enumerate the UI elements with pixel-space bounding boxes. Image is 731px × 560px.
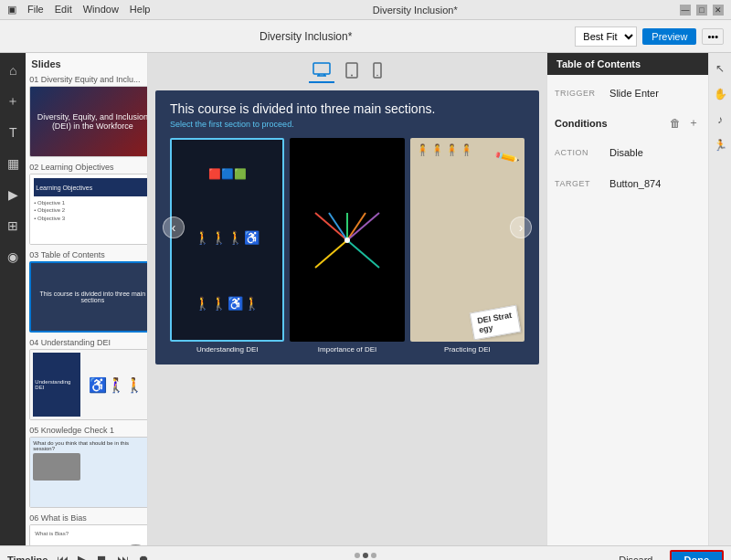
timeline-play-button[interactable]: ▶ bbox=[76, 551, 89, 560]
slide-label-6: 06 What is Bias bbox=[29, 513, 143, 523]
menu-window[interactable]: Window bbox=[83, 4, 119, 16]
title-bar-right: — □ ✕ bbox=[680, 5, 724, 16]
section-card-importance[interactable]: Importance of DEI bbox=[290, 138, 404, 354]
svg-rect-0 bbox=[313, 63, 330, 74]
slide-label-3: 03 Table of Contents bbox=[29, 250, 143, 259]
discard-button[interactable]: Discard bbox=[609, 552, 662, 561]
slide-num-4: 04 bbox=[29, 338, 38, 347]
add-button[interactable]: ＋ bbox=[1, 90, 25, 113]
figure-yellow: 🚶 bbox=[211, 296, 227, 311]
slide-num-3: 03 bbox=[29, 250, 38, 259]
header-bar: Diversity Inclusion* Best Fit Preview ••… bbox=[0, 20, 731, 53]
thumb-visual-2: Learning Objectives • Objective 1• Objec… bbox=[30, 174, 148, 244]
device-bar bbox=[309, 60, 386, 83]
grid-button[interactable]: ⊞ bbox=[1, 214, 25, 238]
timeline-skip-back-button[interactable]: ⏮ bbox=[55, 551, 70, 560]
section-label-practicing: Practicing DEI bbox=[444, 345, 491, 354]
slide-next-button[interactable]: › bbox=[510, 217, 532, 238]
action-value: Disable bbox=[609, 147, 701, 158]
section-img-understanding[interactable]: 🟥🟦🟩 🚶 🚶 🚶 ♿ 🚶 🚶 ♿ � bbox=[170, 138, 284, 342]
slide-item-4[interactable]: 04 Understanding DEI Understanding DEI ♿… bbox=[29, 338, 143, 420]
circle-button[interactable]: ◉ bbox=[1, 245, 25, 269]
timeline-stop-button[interactable]: ⏹ bbox=[94, 551, 110, 560]
preview-button[interactable]: Preview bbox=[642, 28, 696, 45]
slide-num-1: 01 bbox=[29, 75, 38, 84]
slide-thumb-1[interactable]: Diversity, Equity, and Inclusion (DEI) i… bbox=[29, 86, 148, 157]
slide-prev-button[interactable]: ‹ bbox=[163, 217, 185, 238]
slide-item-2[interactable]: 02 Learning Objectives Learning Objectiv… bbox=[29, 163, 143, 245]
section-img-importance[interactable] bbox=[290, 138, 404, 342]
section-img-practicing[interactable]: 🧍 🧍 🧍 🧍 ✏️ DEI Strategy bbox=[410, 138, 524, 342]
figure-purple: 🚶 bbox=[195, 296, 210, 311]
slide-num-5: 05 bbox=[29, 426, 38, 435]
close-button[interactable]: ✕ bbox=[713, 5, 724, 16]
section-label-importance: Importance of DEI bbox=[318, 345, 376, 354]
slide-item-6[interactable]: 06 What is Bias What is Bias?Lorem ipsum… bbox=[29, 513, 143, 545]
icon-bar: ⌂ ＋ T ▦ ▶ ⊞ ◉ bbox=[0, 53, 26, 545]
timeline-skip-forward-button[interactable]: ⏭ bbox=[115, 551, 131, 560]
figure-strip-button[interactable]: 🏃 bbox=[710, 135, 730, 155]
slide-thumb-2[interactable]: Learning Objectives • Objective 1• Objec… bbox=[29, 174, 148, 245]
menu-edit[interactable]: Edit bbox=[55, 4, 72, 16]
slide-num-2: 02 bbox=[29, 163, 38, 172]
slide-label-4: 04 Understanding DEI bbox=[29, 338, 143, 347]
tablet-device-button[interactable] bbox=[342, 60, 362, 83]
menu-help[interactable]: Help bbox=[130, 4, 151, 16]
right-icon-strip: ↖ ✋ ♪ 🏃 bbox=[708, 53, 731, 545]
thumb-visual-6: What is Bias?Lorem ipsum text... bbox=[30, 525, 148, 545]
section-label-understanding: Understanding DEI bbox=[196, 345, 259, 354]
app-body: ⌂ ＋ T ▦ ▶ ⊞ ◉ Slides 01 Diversity Equity… bbox=[0, 53, 731, 545]
slides-panel-header: Slides bbox=[29, 58, 143, 69]
right-panel: Table of Contents TRIGGER Slide Enter Co… bbox=[546, 53, 708, 545]
importance-arrows-svg bbox=[311, 208, 384, 272]
conditions-add-button[interactable]: ＋ bbox=[686, 113, 701, 132]
action-row: ACTION Disable bbox=[555, 142, 701, 164]
fit-select[interactable]: Best Fit bbox=[575, 26, 637, 47]
conditions-actions: 🗑 ＋ bbox=[668, 113, 701, 132]
desktop-device-button[interactable] bbox=[309, 60, 334, 83]
mobile-device-button[interactable] bbox=[369, 60, 386, 83]
minimize-button[interactable]: — bbox=[680, 5, 691, 16]
trigger-label: TRIGGER bbox=[555, 89, 609, 98]
slide-item-1[interactable]: 01 Diversity Equity and Inclu... Diversi… bbox=[29, 75, 143, 157]
action-label: ACTION bbox=[555, 148, 609, 157]
shapes-button[interactable]: ▦ bbox=[1, 152, 25, 175]
svg-point-5 bbox=[351, 75, 353, 77]
right-panel-title: Table of Contents bbox=[547, 53, 708, 75]
slide-thumb-3[interactable]: This course is divided into three main s… bbox=[29, 261, 148, 333]
slide-item-5[interactable]: 05 Knowledge Check 1 What do you think t… bbox=[29, 426, 143, 508]
home-button[interactable]: ⌂ bbox=[1, 58, 25, 82]
hand-strip-button[interactable]: ✋ bbox=[710, 84, 730, 104]
slide-thumb-5[interactable]: What do you think that should be in this… bbox=[29, 437, 148, 508]
header-title: Diversity Inclusion* bbox=[37, 30, 575, 43]
slide-label-1: 01 Diversity Equity and Inclu... bbox=[29, 75, 143, 84]
target-label: TARGET bbox=[555, 179, 609, 188]
conditions-trash-button[interactable]: 🗑 bbox=[668, 115, 683, 132]
section-card-practicing[interactable]: 🧍 🧍 🧍 🧍 ✏️ DEI Strategy Practicing DEI bbox=[410, 138, 524, 354]
svg-line-14 bbox=[347, 240, 379, 268]
timeline-record-button[interactable]: ⏺ bbox=[136, 551, 152, 560]
slides-panel: Slides 01 Diversity Equity and Inclu... … bbox=[26, 53, 148, 545]
figure-red: 🚶 bbox=[195, 230, 210, 245]
section-card-understanding[interactable]: 🟥🟦🟩 🚶 🚶 🚶 ♿ 🚶 🚶 ♿ � bbox=[170, 138, 284, 354]
media-button[interactable]: ▶ bbox=[1, 183, 25, 206]
slide-main-subtitle: Select the first section to proceed. bbox=[170, 120, 524, 129]
slide-content: This course is divided into three main s… bbox=[155, 90, 539, 365]
menu-file[interactable]: File bbox=[27, 4, 44, 16]
figure-blue: 🚶 bbox=[211, 230, 227, 245]
music-strip-button[interactable]: ♪ bbox=[710, 110, 730, 130]
paper-figures: 🧍 🧍 🧍 🧍 bbox=[416, 143, 473, 156]
slide-item-3[interactable]: 03 Table of Contents This course is divi… bbox=[29, 250, 143, 333]
slide-thumb-4[interactable]: Understanding DEI ♿🚶‍♀️🚶 bbox=[29, 349, 148, 420]
slide-thumb-6[interactable]: What is Bias?Lorem ipsum text... bbox=[29, 524, 148, 545]
cursor-strip-button[interactable]: ↖ bbox=[710, 58, 730, 79]
done-button[interactable]: Done bbox=[670, 550, 725, 561]
thumb-visual-4: Understanding DEI ♿🚶‍♀️🚶 bbox=[30, 350, 148, 419]
maximize-button[interactable]: □ bbox=[696, 5, 707, 16]
more-button[interactable]: ••• bbox=[702, 28, 724, 45]
text-button[interactable]: T bbox=[1, 121, 25, 144]
slide-sections: 🟥🟦🟩 🚶 🚶 🚶 ♿ 🚶 🚶 ♿ � bbox=[170, 138, 524, 354]
figure-green: 🚶 bbox=[228, 230, 243, 245]
thumb-visual-3: This course is divided into three main s… bbox=[31, 263, 148, 331]
target-value: Button_874 bbox=[609, 178, 701, 189]
